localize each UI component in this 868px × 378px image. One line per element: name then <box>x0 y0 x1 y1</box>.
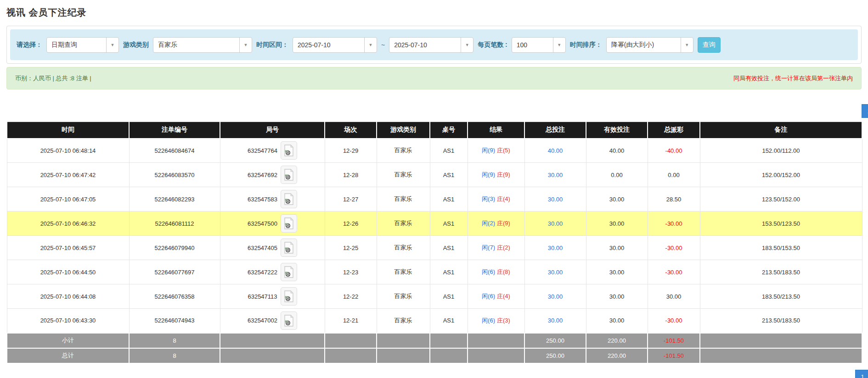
cell-session: 12-26 <box>325 211 377 236</box>
subtotal-row-empty <box>430 333 468 348</box>
chevron-down-icon: ▼ <box>461 38 473 52</box>
open-video-button[interactable] <box>281 263 297 281</box>
cell-valid-bet: 30.00 <box>586 260 648 284</box>
cell-result: 闲(7)庄(2) <box>468 236 524 260</box>
round-number: 632547113 <box>248 293 277 300</box>
cell-total-bet[interactable]: 30.00 <box>524 163 586 187</box>
cell-session: 12-23 <box>325 260 377 284</box>
result-player: 闲(9) <box>482 171 495 178</box>
cell-total-bet[interactable]: 30.00 <box>524 236 586 260</box>
column-header-7: 总投注 <box>524 122 586 139</box>
cell-bet-id: 522646079940 <box>129 236 220 260</box>
cell-session: 12-28 <box>325 163 377 187</box>
date-to-select[interactable]: 2025-07-10 ▼ <box>389 37 473 53</box>
table-row: 2025-07-10 06:44:50522646077697632547222… <box>7 260 862 284</box>
result-player: 闲(6) <box>482 268 495 275</box>
cell-result: 闲(9)庄(5) <box>468 139 524 163</box>
cell-session: 12-27 <box>325 187 377 211</box>
cell-valid-bet: 30.00 <box>586 309 648 333</box>
total-row-empty <box>220 348 325 363</box>
cell-game-type: 百家乐 <box>377 309 430 333</box>
result-player: 闲(3) <box>482 195 495 202</box>
column-header-9: 总派彩 <box>648 122 700 139</box>
table-header-row: 时间注单编号局号场次游戏类别桌号结果总投注有效投注总派彩备注 <box>7 122 862 139</box>
game-type-select[interactable]: 百家乐 ▼ <box>153 37 252 53</box>
page-number-button[interactable]: 1 <box>862 104 868 118</box>
tilde-separator: ~ <box>381 41 385 49</box>
date-to-value: 2025-07-10 <box>389 38 461 52</box>
result-player: 闲(7) <box>482 244 495 251</box>
cell-time: 2025-07-10 06:47:42 <box>7 163 129 187</box>
result-banker: 庄(5) <box>497 147 510 154</box>
select-type-label: 请选择： <box>17 41 42 49</box>
cell-table-no: AS1 <box>430 211 468 236</box>
subtotal-row-payout: -101.50 <box>648 333 700 348</box>
total-row-remark <box>700 348 862 363</box>
total-row: 总计8250.00220.00-101.50 <box>7 348 862 363</box>
video-record-icon <box>284 193 294 205</box>
result-player: 闲(6) <box>482 317 495 324</box>
cell-remark: 152.00/152.00 <box>700 163 862 187</box>
page-number-button-bottom[interactable]: 1 <box>855 370 868 378</box>
column-header-4: 游戏类别 <box>377 122 430 139</box>
cell-game-type: 百家乐 <box>377 236 430 260</box>
cell-remark: 183.50/213.50 <box>700 284 862 309</box>
subtotal-row-count: 8 <box>129 333 220 348</box>
open-video-button[interactable] <box>281 166 297 184</box>
cell-game-type: 百家乐 <box>377 187 430 211</box>
cell-table-no: AS1 <box>430 309 468 333</box>
query-type-select[interactable]: 日期查询 ▼ <box>46 37 119 53</box>
result-player: 闲(6) <box>482 293 495 300</box>
cell-total-bet[interactable]: 30.00 <box>524 284 586 309</box>
cell-session: 12-25 <box>325 236 377 260</box>
open-video-button[interactable] <box>281 141 297 160</box>
cell-total-bet[interactable]: 30.00 <box>524 187 586 211</box>
open-video-button[interactable] <box>281 311 297 330</box>
cell-result: 闲(2)庄(9) <box>468 211 524 236</box>
open-video-button[interactable] <box>281 214 297 233</box>
cell-payout: -40.00 <box>648 139 700 163</box>
cell-bet-id: 522646084674 <box>129 139 220 163</box>
total-row-empty <box>325 348 377 363</box>
search-button[interactable]: 查询 <box>698 37 721 53</box>
total-row-total-bet: 250.00 <box>524 348 586 363</box>
open-video-button[interactable] <box>281 239 297 257</box>
round-number: 632547500 <box>248 220 277 227</box>
sort-order-label: 时间排序： <box>570 41 602 49</box>
cell-total-bet[interactable]: 30.00 <box>524 211 586 236</box>
column-header-2: 局号 <box>220 122 325 139</box>
subtotal-row: 小计8250.00220.00-101.50 <box>7 333 862 348</box>
page: 视讯 会员下注纪录 请选择： 日期查询 ▼ 游戏类别 百家乐 ▼ 时间区间： 2… <box>0 0 868 378</box>
cell-payout: -30.00 <box>648 236 700 260</box>
open-video-button[interactable] <box>281 190 297 208</box>
table-row: 2025-07-10 06:48:14522646084674632547764… <box>7 139 862 163</box>
table-row: 2025-07-10 06:45:57522646079940632547405… <box>7 236 862 260</box>
cell-result: 闲(6)庄(4) <box>468 284 524 309</box>
cell-remark: 153.50/123.50 <box>700 211 862 236</box>
cell-total-bet[interactable]: 40.00 <box>524 139 586 163</box>
table-row: 2025-07-10 06:46:32522646081112632547500… <box>7 211 862 236</box>
cell-session: 12-29 <box>325 139 377 163</box>
result-banker: 庄(8) <box>497 268 510 275</box>
video-record-icon <box>284 315 294 327</box>
result-banker: 庄(2) <box>497 244 510 251</box>
cell-total-bet[interactable]: 30.00 <box>524 260 586 284</box>
result-banker: 庄(4) <box>497 195 510 202</box>
cell-valid-bet: 40.00 <box>586 139 648 163</box>
subtotal-row-empty <box>468 333 524 348</box>
video-record-icon <box>284 266 294 278</box>
cell-valid-bet: 0.00 <box>586 163 648 187</box>
column-header-0: 时间 <box>7 122 129 139</box>
cell-session: 12-21 <box>325 309 377 333</box>
total-row-valid-bet: 220.00 <box>586 348 648 363</box>
round-number: 632547002 <box>248 317 277 324</box>
per-page-select[interactable]: 100 ▼ <box>512 37 566 53</box>
cell-round-id: 632547405 <box>220 236 325 260</box>
chevron-down-icon: ▼ <box>553 38 565 52</box>
sort-order-value: 降幂(由大到小) <box>607 38 681 52</box>
date-from-select[interactable]: 2025-07-10 ▼ <box>293 37 377 53</box>
open-video-button[interactable] <box>281 287 297 306</box>
sort-order-select[interactable]: 降幂(由大到小) ▼ <box>606 37 693 53</box>
cell-time: 2025-07-10 06:46:32 <box>7 211 129 236</box>
cell-total-bet[interactable]: 30.00 <box>524 309 586 333</box>
